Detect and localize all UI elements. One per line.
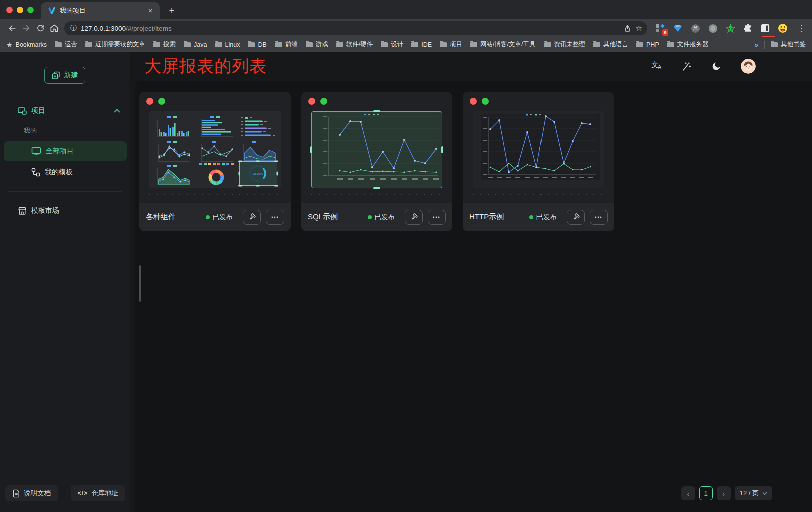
sidebar: 新建 项目 我的 全部项目 我的模板 [0, 52, 130, 512]
red-dot [146, 98, 153, 105]
project-card[interactable]: SQL示例 已发布 ••• [301, 92, 452, 231]
site-info-icon[interactable]: ⓘ [70, 24, 77, 33]
project-thumbnail[interactable] [473, 111, 604, 188]
edit-project-button[interactable] [405, 210, 423, 225]
scrollbar-thumb[interactable] [139, 265, 141, 302]
close-window-button[interactable] [6, 7, 13, 13]
folder-icon [593, 42, 600, 47]
bookmark-folder[interactable]: PHP [636, 41, 659, 48]
forward-button[interactable] [19, 21, 33, 35]
bookmarks-bar: ★ Bookmarks 运营 近期需要读的文章 搜索 Java Linux DB… [0, 37, 812, 52]
green-dot [158, 98, 165, 105]
sidebar-item-all-projects[interactable]: 全部项目 [4, 141, 127, 161]
back-button[interactable] [5, 21, 19, 35]
divider [764, 41, 765, 49]
sidebar-item-my-templates[interactable]: 我的模板 [4, 162, 127, 182]
tab-close-icon[interactable]: × [146, 6, 155, 15]
minimize-window-button[interactable] [17, 7, 23, 13]
theme-wand-button[interactable] [681, 61, 692, 72]
bookmark-folder[interactable]: 运营 [55, 40, 77, 49]
screenshare-indicator [762, 36, 775, 37]
folder-icon [215, 42, 222, 47]
docs-button[interactable]: 说明文档 [5, 485, 58, 501]
extension-gem-icon[interactable] [673, 23, 683, 33]
edit-project-button[interactable] [243, 210, 261, 225]
bookmark-star-icon[interactable]: ☆ [636, 24, 642, 33]
bookmark-folder[interactable]: 前端 [275, 40, 298, 49]
bookmark-folder[interactable]: 软件/硬件 [336, 40, 373, 49]
new-project-button[interactable]: 新建 [44, 67, 85, 84]
extension-record-icon[interactable] [708, 23, 718, 33]
red-dot [470, 98, 477, 105]
copy-plus-icon [52, 71, 60, 80]
bookmarks-overflow-icon[interactable]: » [754, 41, 758, 49]
dark-mode-button[interactable] [711, 61, 722, 72]
sidebar-item-template-market[interactable]: 模板市场 [4, 201, 127, 221]
browser-tab[interactable]: 我的项目 × [41, 2, 160, 19]
bookmarks-manager[interactable]: ★ Bookmarks [6, 41, 47, 49]
user-avatar[interactable] [741, 59, 756, 74]
new-tab-button[interactable]: + [165, 4, 179, 18]
divider [8, 191, 122, 192]
sidebar-footer: 说明文档 </> 仓库地址 [0, 474, 130, 512]
chevron-up-icon [114, 109, 120, 113]
status-dot [368, 215, 372, 219]
extension-star-icon[interactable] [725, 23, 735, 33]
language-toggle-button[interactable]: 文A [651, 61, 662, 72]
red-dot [308, 98, 315, 105]
monitor-icon [31, 147, 41, 156]
command-circle-icon: ⌘ [691, 24, 700, 33]
bookmark-folder[interactable]: Linux [215, 41, 240, 48]
bookmark-folder[interactable]: 搜索 [153, 40, 176, 49]
browser-menu-icon[interactable]: ⋮ [797, 23, 806, 34]
other-bookmarks-folder[interactable]: 其他书签 [771, 40, 806, 49]
dotted-divider [149, 194, 281, 195]
reload-button[interactable] [33, 21, 47, 35]
sidebar-item-projects[interactable]: 项目 [0, 102, 130, 119]
bookmark-folder[interactable]: 游戏 [306, 40, 328, 49]
zoom-window-button[interactable] [27, 7, 34, 13]
bookmark-folder[interactable]: 网站/博客/文章/工具 [470, 40, 535, 49]
selection-handle [373, 187, 380, 189]
extensions-puzzle-icon[interactable] [743, 23, 753, 33]
more-icon: ••• [271, 215, 279, 220]
more-options-button[interactable]: ••• [590, 210, 608, 225]
bookmark-folder[interactable]: 资讯未整理 [544, 40, 586, 49]
bookmark-folder[interactable]: IDE [411, 41, 432, 48]
extension-panel-icon[interactable] [760, 23, 770, 33]
next-page-button[interactable]: › [717, 486, 731, 500]
extension-command-icon[interactable]: ⌘ [690, 23, 700, 33]
home-button[interactable] [47, 21, 61, 35]
page-size-select[interactable]: 12 / 页 [735, 486, 772, 500]
split-square-icon [761, 24, 770, 33]
bookmark-folder[interactable]: Java [184, 41, 207, 48]
project-card[interactable]: HTTP示例 已发布 ••• [463, 92, 614, 231]
folder-icon [544, 42, 551, 47]
page-title: 大屏报表的列表 [144, 55, 267, 78]
bookmark-folder[interactable]: 文件服务器 [667, 40, 709, 49]
more-options-button[interactable]: ••• [266, 210, 284, 225]
bookmark-folder[interactable]: 项目 [440, 40, 462, 49]
url-text[interactable]: 127.0.0.1:3000/#/project/items [81, 25, 619, 32]
prev-page-button[interactable]: ‹ [681, 486, 695, 500]
project-thumbnail[interactable] [311, 111, 442, 188]
folder-icon [184, 42, 191, 47]
edit-project-button[interactable] [567, 210, 585, 225]
more-icon: ••• [595, 215, 602, 220]
status-dot [206, 215, 210, 219]
card-dots [301, 98, 452, 105]
folder-icon [55, 42, 62, 47]
bookmark-folder[interactable]: 设计 [381, 40, 403, 49]
address-bar[interactable]: ⓘ 127.0.0.1:3000/#/project/items ☆ [64, 21, 647, 35]
project-thumbnail[interactable]: 25.00% [149, 111, 281, 188]
share-icon[interactable] [623, 24, 632, 33]
extension-grid-icon[interactable]: 9 [655, 23, 665, 33]
project-card[interactable]: 25.00% 各种组件 已发布 [139, 92, 291, 231]
more-options-button[interactable]: ••• [428, 210, 446, 225]
bookmark-folder[interactable]: 近期需要读的文章 [85, 40, 145, 49]
bookmark-folder[interactable]: DB [248, 41, 266, 48]
current-page-button[interactable]: 1 [699, 486, 713, 500]
repo-button[interactable]: </> 仓库地址 [71, 485, 125, 501]
extension-emoji-icon[interactable] [778, 23, 788, 33]
bookmark-folder[interactable]: 其他语言 [593, 40, 628, 49]
